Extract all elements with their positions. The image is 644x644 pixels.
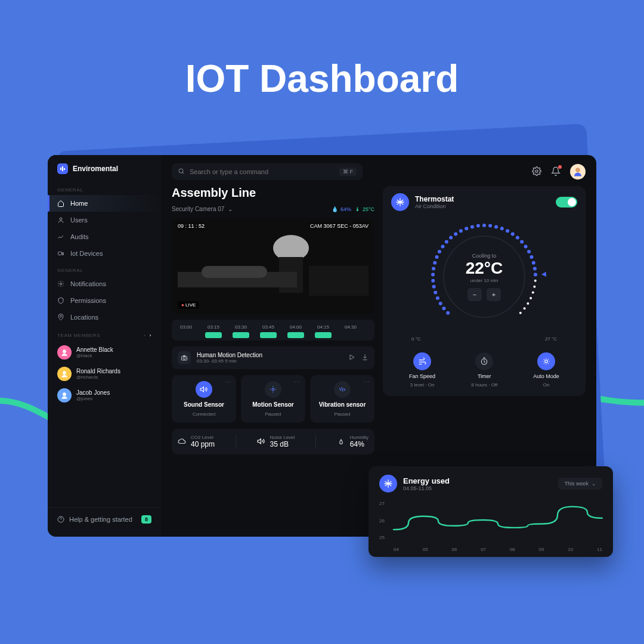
svg-point-41 [459, 229, 463, 233]
energy-card: Energy used 04.05-11.05 This week⌄ 27262… [369, 466, 613, 557]
team-prev-button[interactable]: ‹ [144, 333, 145, 338]
play-button[interactable] [348, 354, 355, 362]
search-kbd: ⌘ F [339, 168, 357, 176]
sidebar-item-notifications[interactable]: Notifications [48, 275, 161, 292]
bell-button[interactable] [551, 166, 561, 177]
svg-point-64 [524, 307, 526, 309]
search-icon [178, 168, 185, 176]
sidebar-item-home[interactable]: Home [48, 195, 161, 212]
readout: Noise Level35 dB [257, 435, 295, 448]
energy-title: Energy used [403, 476, 450, 485]
svg-point-26 [442, 306, 445, 310]
sensor-card[interactable]: ⋯ Motion Sensor Paused [241, 375, 305, 423]
svg-point-14 [575, 168, 580, 172]
sidebar-item-iot-devices[interactable]: Iot Devices [48, 245, 161, 262]
sensor-card[interactable]: ⋯ Sound Sensor Connected [172, 375, 236, 423]
timeline[interactable]: 03:0003:1503:3003:4504:0004:1504:30 [172, 320, 374, 340]
thermo-mode[interactable]: Timer 8 hours · Off [471, 352, 497, 388]
timeline-tick[interactable]: 03:00 [178, 324, 194, 338]
thermo-mode[interactable]: Auto Mode On [533, 352, 559, 388]
search-input[interactable] [190, 168, 335, 175]
svg-point-62 [530, 297, 532, 299]
user-avatar[interactable] [570, 164, 586, 179]
camera-feed[interactable]: 09 : 11 : 52 CAM 3067 SEC - 053AV ● LIVE [172, 218, 374, 314]
svg-point-24 [272, 388, 274, 391]
svg-point-33 [432, 267, 435, 271]
thermostat-dial[interactable]: Cooling to 22°C under 10 min − + [391, 217, 577, 336]
svg-point-8 [63, 349, 66, 353]
svg-point-38 [445, 240, 448, 244]
user-icon [57, 216, 64, 224]
sidebar-item-locations[interactable]: Locations [48, 309, 161, 326]
svg-rect-0 [60, 168, 61, 170]
camera-icon [178, 351, 191, 364]
readout: CO2 Level40 ppm [178, 435, 215, 448]
sensor-card[interactable]: ⋯ Vibration sensor Paused [310, 375, 374, 423]
timeline-tick[interactable]: 04:00 [287, 324, 304, 338]
energy-range: 04.05-11.05 [403, 485, 450, 491]
team-member[interactable]: Annette Black@black [48, 342, 161, 363]
help-badge: 8 [141, 515, 151, 524]
svg-point-9 [63, 371, 66, 374]
svg-point-42 [465, 227, 468, 230]
snowflake-icon [379, 475, 397, 493]
svg-point-47 [494, 225, 498, 228]
svg-point-69 [545, 360, 548, 363]
svg-point-50 [511, 232, 515, 236]
team-next-button[interactable]: › [150, 333, 151, 338]
thermo-mode[interactable]: Fan Speed 3 level · On [409, 352, 435, 388]
sidebar-section-label-1: GENERAL [48, 181, 161, 195]
settings-button[interactable] [532, 166, 541, 177]
sidebar: Enviromental GENERAL Home Users Audits I… [48, 155, 161, 537]
sidebar-item-permissions[interactable]: Permissions [48, 292, 161, 309]
svg-point-36 [438, 250, 441, 253]
svg-point-35 [435, 255, 439, 259]
nav-label: Users [70, 216, 88, 224]
svg-point-48 [500, 227, 504, 230]
download-button[interactable] [361, 354, 369, 362]
thermostat-card: Thermostat Air Condition Cooling to 22°C… [383, 186, 586, 396]
sound-icon [257, 437, 265, 447]
nav-label: Audits [70, 233, 89, 240]
timeline-tick[interactable]: 04:15 [315, 324, 332, 338]
svg-point-45 [482, 224, 486, 227]
svg-point-60 [533, 286, 535, 288]
nav-label: Iot Devices [70, 250, 103, 257]
more-icon[interactable]: ⋯ [225, 379, 231, 386]
timeline-tick[interactable]: 04:30 [342, 324, 359, 338]
target-icon [265, 381, 281, 398]
timeline-tick[interactable]: 03:45 [260, 324, 277, 338]
sun-icon [537, 352, 555, 370]
svg-point-65 [519, 312, 522, 314]
chart-icon [57, 233, 64, 240]
team-member[interactable]: Jacob Jones@jones [48, 385, 161, 406]
camera-select[interactable]: Security Camera 07⌄ [172, 206, 233, 212]
search-box[interactable]: ⌘ F [172, 163, 363, 180]
help-label: Help & getting started [69, 516, 132, 523]
sidebar-item-audits[interactable]: Audits [48, 228, 161, 245]
topbar: ⌘ F [172, 163, 586, 180]
thermostat-toggle[interactable] [556, 197, 577, 208]
nav-label: Locations [70, 314, 98, 321]
more-icon[interactable]: ⋯ [363, 379, 370, 386]
more-icon[interactable]: ⋯ [294, 379, 301, 386]
timeline-tick[interactable]: 03:30 [233, 324, 249, 338]
svg-point-30 [432, 285, 436, 289]
svg-rect-1 [62, 166, 63, 171]
team-section-label: TEAM MEMBERS [57, 333, 100, 338]
snowflake-icon [391, 193, 409, 211]
sidebar-item-users[interactable]: Users [48, 212, 161, 228]
svg-point-58 [534, 273, 537, 277]
energy-range-select[interactable]: This week⌄ [558, 478, 602, 490]
live-badge: ● LIVE [178, 301, 199, 309]
svg-point-29 [434, 291, 437, 295]
team-member[interactable]: Ronald Richards@richards [48, 363, 161, 385]
help-link[interactable]: Help & getting started 8 [48, 507, 161, 531]
droplets-icon [337, 437, 345, 447]
svg-point-63 [527, 302, 529, 305]
pin-icon [57, 314, 64, 321]
svg-point-56 [532, 261, 535, 265]
droplets-icon: 💧 [332, 206, 338, 212]
timeline-tick[interactable]: 03:15 [205, 324, 222, 338]
svg-point-3 [60, 218, 62, 220]
